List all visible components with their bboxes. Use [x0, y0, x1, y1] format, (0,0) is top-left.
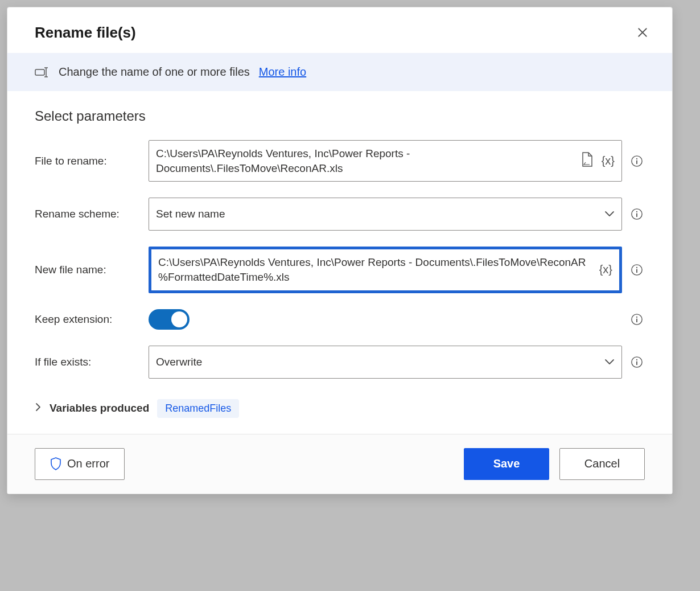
- row-new-file-name: New file name: C:\Users\PA\Reynolds Vent…: [35, 247, 645, 293]
- chevron-down-icon: [604, 359, 615, 366]
- save-label: Save: [493, 457, 520, 470]
- chevron-down-icon: [604, 211, 615, 217]
- banner-text: Change the name of one or more files: [59, 65, 250, 79]
- svg-rect-9: [636, 214, 637, 217]
- save-button[interactable]: Save: [464, 448, 549, 480]
- label-if-file-exists: If file exists:: [35, 356, 137, 368]
- variables-produced-section[interactable]: Variables produced RenamedFiles: [35, 395, 645, 429]
- file-to-rename-value: C:\Users\PA\Reynolds Ventures, Inc\Power…: [156, 146, 575, 175]
- info-icon: [631, 155, 643, 167]
- svg-rect-6: [636, 160, 637, 163]
- label-new-file-name: New file name:: [35, 264, 137, 276]
- svg-rect-18: [636, 361, 637, 364]
- row-file-to-rename: File to rename: C:\Users\PA\Reynolds Ven…: [35, 140, 645, 182]
- new-file-name-input[interactable]: C:\Users\PA\Reynolds Ventures, Inc\Power…: [149, 247, 622, 293]
- cancel-label: Cancel: [584, 457, 620, 470]
- close-icon: [637, 27, 648, 38]
- file-browse-icon[interactable]: [581, 152, 594, 170]
- svg-point-14: [636, 316, 637, 317]
- rename-files-dialog: Rename file(s) Change the name of one or…: [7, 7, 673, 494]
- new-file-name-value: C:\Users\PA\Reynolds Ventures, Inc\Power…: [158, 255, 594, 284]
- more-info-link[interactable]: More info: [259, 65, 306, 79]
- svg-rect-0: [35, 69, 44, 75]
- info-button-keep-extension[interactable]: [629, 311, 645, 327]
- chevron-right-icon: [35, 402, 42, 414]
- cancel-button[interactable]: Cancel: [559, 448, 645, 480]
- info-button-rename-scheme[interactable]: [629, 206, 645, 222]
- svg-point-17: [636, 359, 637, 360]
- svg-rect-15: [636, 318, 637, 322]
- info-button-if-file-exists[interactable]: [629, 354, 645, 370]
- rename-scheme-select[interactable]: Set new name: [149, 198, 622, 231]
- on-error-label: On error: [67, 457, 109, 470]
- rename-icon: [35, 67, 50, 77]
- keep-extension-toggle[interactable]: [149, 309, 190, 330]
- row-rename-scheme: Rename scheme: Set new name: [35, 198, 645, 231]
- dialog-header: Rename file(s): [7, 7, 672, 53]
- if-file-exists-value: Overwrite: [156, 356, 599, 368]
- info-button-new-file-name[interactable]: [629, 262, 645, 278]
- info-button-file-to-rename[interactable]: [629, 153, 645, 169]
- shield-icon: [50, 457, 61, 471]
- rename-scheme-value: Set new name: [156, 208, 599, 220]
- svg-point-8: [636, 211, 637, 212]
- info-icon: [631, 208, 643, 220]
- dialog-title: Rename file(s): [35, 24, 136, 42]
- if-file-exists-select[interactable]: Overwrite: [149, 346, 622, 379]
- info-icon: [631, 356, 643, 368]
- info-icon: [631, 313, 643, 326]
- variable-icon[interactable]: {x}: [602, 154, 615, 167]
- row-if-file-exists: If file exists: Overwrite: [35, 346, 645, 379]
- label-rename-scheme: Rename scheme:: [35, 208, 137, 220]
- description-banner: Change the name of one or more files Mor…: [7, 53, 672, 91]
- label-keep-extension: Keep extension:: [35, 313, 137, 326]
- svg-rect-12: [636, 269, 637, 273]
- info-icon: [631, 264, 643, 276]
- variables-produced-label: Variables produced: [50, 402, 149, 414]
- row-keep-extension: Keep extension:: [35, 309, 645, 330]
- label-file-to-rename: File to rename:: [35, 155, 137, 167]
- file-to-rename-input[interactable]: C:\Users\PA\Reynolds Ventures, Inc\Power…: [149, 140, 622, 182]
- variable-chip-renamed-files[interactable]: RenamedFiles: [157, 399, 239, 418]
- svg-point-11: [636, 267, 637, 268]
- dialog-footer: On error Save Cancel: [7, 434, 672, 494]
- on-error-button[interactable]: On error: [35, 448, 125, 480]
- close-button[interactable]: [633, 23, 652, 42]
- variable-icon[interactable]: {x}: [599, 263, 612, 276]
- section-title: Select parameters: [35, 108, 645, 124]
- svg-point-5: [636, 158, 637, 159]
